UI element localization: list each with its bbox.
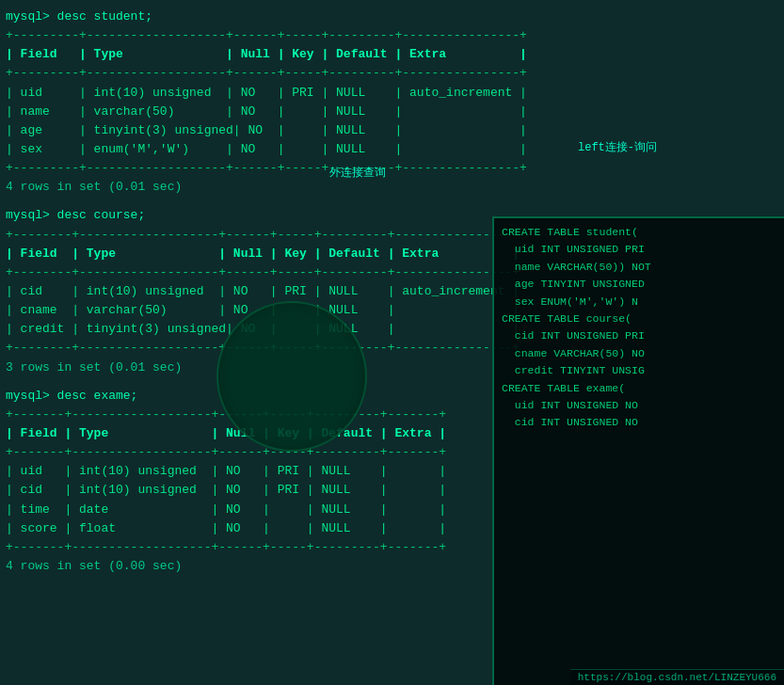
code-panel-line: CREATE TABLE course(	[502, 311, 776, 327]
terminal-line: +---------+-------------------+------+--…	[6, 64, 778, 83]
terminal-line: | age | tinyint(3) unsigned| NO | | NULL…	[6, 121, 778, 140]
code-panel-line: credit TINYINT UNSIG	[502, 362, 776, 379]
code-panel-line: cid INT UNSIGNED PRI	[502, 327, 776, 344]
terminal-line: mysql> desc student;	[6, 8, 778, 26]
terminal-window: mysql> desc student;+---------+---------…	[0, 0, 784, 685]
code-panel-line: age TINYINT UNSIGNED	[502, 276, 776, 293]
code-panel-line: uid INT UNSIGNED NO	[502, 397, 776, 414]
terminal-line	[6, 197, 778, 206]
terminal-line: +---------+-------------------+------+--…	[6, 26, 778, 45]
code-panel-line: CREATE TABLE exame(	[502, 380, 776, 397]
code-panel-line: name VARCHAR(50)) NOT	[502, 259, 776, 276]
terminal-line: +---------+-------------------+------+--…	[6, 159, 778, 178]
code-panel-line: cname VARCHAR(50) NO	[502, 345, 776, 362]
left-join-annotation: left连接-询问	[578, 139, 657, 155]
terminal-line: 4 rows in set (0.01 sec)	[6, 178, 778, 197]
code-panel-content: CREATE TABLE student( uid INT UNSIGNED P…	[502, 224, 776, 432]
terminal-line: | name | varchar(50) | NO | | NULL | |	[6, 103, 778, 121]
code-panel-line: cid INT UNSIGNED NO	[502, 414, 776, 431]
code-panel: CREATE TABLE student( uid INT UNSIGNED P…	[492, 216, 784, 685]
terminal-line: | uid | int(10) unsigned | NO | PRI | NU…	[6, 84, 778, 103]
code-panel-line: sex ENUM('M','W') N	[502, 294, 776, 311]
terminal-line: | sex | enum('M','W') | NO | | NULL | |	[6, 140, 778, 159]
circle-decoration	[216, 301, 367, 452]
terminal-line: | Field | Type | Null | Key | Default | …	[6, 45, 778, 64]
code-panel-line: uid INT UNSIGNED PRI	[502, 241, 776, 258]
code-panel-line: CREATE TABLE student(	[502, 224, 776, 241]
outer-join-annotation: 外连接查询	[329, 165, 386, 181]
url-bar: https://blog.csdn.net/LINZEYU666	[570, 669, 784, 685]
